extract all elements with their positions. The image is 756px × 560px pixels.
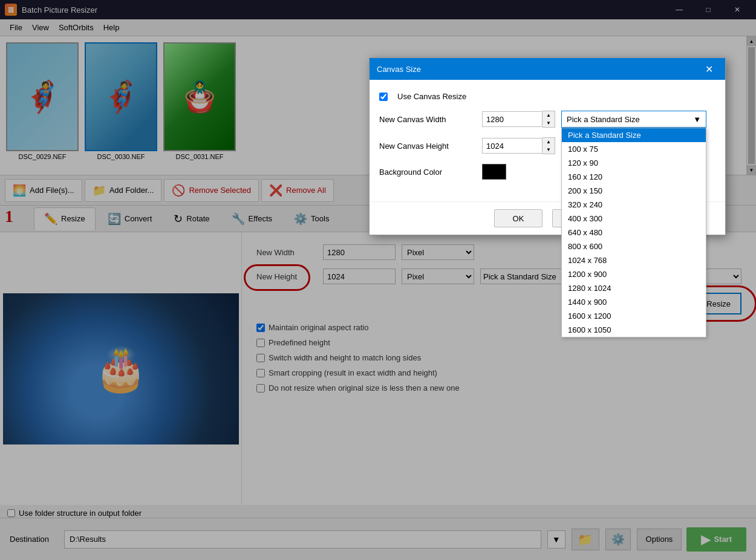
use-canvas-checkbox[interactable]: [379, 93, 388, 101]
dropdown-item-14[interactable]: 1600 x 1050: [562, 323, 706, 337]
canvas-height-spinner: ▲ ▼: [543, 137, 555, 154]
canvas-width-up-btn[interactable]: ▲: [543, 111, 555, 119]
use-canvas-checkbox-label: Use Canvas Resize: [397, 92, 466, 101]
dropdown-item-5[interactable]: 320 x 240: [562, 198, 706, 212]
canvas-dropdown-list: Pick a Standard Size 100 x 75 120 x 90 1…: [561, 128, 706, 337]
canvas-width-row: New Canvas Width ▲ ▼ Pick a Standard Siz…: [379, 111, 715, 128]
canvas-height-label: New Canvas Height: [379, 142, 476, 151]
modal-ok-button[interactable]: OK: [494, 209, 543, 227]
canvas-height-input[interactable]: [482, 138, 543, 154]
dropdown-item-8[interactable]: 800 x 600: [562, 239, 706, 253]
dropdown-item-7[interactable]: 640 x 480: [562, 226, 706, 239]
canvas-size-dialog: Canvas Size ✕ Use Canvas Resize New Canv…: [369, 57, 726, 235]
dropdown-item-9[interactable]: 1024 x 768: [562, 253, 706, 267]
canvas-dropdown-arrow: ▼: [693, 115, 701, 124]
modal-body: Use Canvas Resize New Canvas Width ▲ ▼ P…: [370, 80, 725, 201]
canvas-width-spinner: ▲ ▼: [543, 111, 555, 128]
dropdown-item-1[interactable]: 100 x 75: [562, 142, 706, 156]
canvas-dropdown-container: Pick a Standard Size ▼ Pick a Standard S…: [561, 111, 706, 128]
modal-header: Canvas Size ✕: [370, 58, 725, 80]
dropdown-item-12[interactable]: 1440 x 900: [562, 295, 706, 309]
dropdown-item-13[interactable]: 1600 x 1200: [562, 309, 706, 323]
bg-color-label: Background Color: [379, 168, 476, 177]
modal-title: Canvas Size: [377, 65, 700, 74]
dropdown-item-10[interactable]: 1200 x 900: [562, 267, 706, 281]
canvas-dropdown-button[interactable]: Pick a Standard Size ▼: [561, 111, 706, 128]
modal-close-button[interactable]: ✕: [700, 60, 718, 78]
dropdown-item-2[interactable]: 120 x 90: [562, 156, 706, 170]
canvas-width-down-btn[interactable]: ▼: [543, 119, 555, 127]
dropdown-item-11[interactable]: 1280 x 1024: [562, 281, 706, 295]
dropdown-item-4[interactable]: 200 x 150: [562, 184, 706, 198]
canvas-width-input-group: ▲ ▼: [482, 111, 555, 128]
canvas-width-input[interactable]: [482, 111, 543, 127]
canvas-width-label: New Canvas Width: [379, 115, 476, 124]
dropdown-item-3[interactable]: 160 x 120: [562, 170, 706, 184]
canvas-dropdown-label: Pick a Standard Size: [567, 115, 640, 124]
canvas-height-up-btn[interactable]: ▲: [543, 138, 555, 146]
use-canvas-row: Use Canvas Resize: [379, 92, 715, 101]
dropdown-item-0[interactable]: Pick a Standard Size: [562, 128, 706, 142]
canvas-height-down-btn[interactable]: ▼: [543, 146, 555, 154]
canvas-height-input-group: ▲ ▼: [482, 137, 555, 154]
dropdown-item-6[interactable]: 400 x 300: [562, 212, 706, 226]
bg-color-picker[interactable]: [482, 164, 506, 180]
